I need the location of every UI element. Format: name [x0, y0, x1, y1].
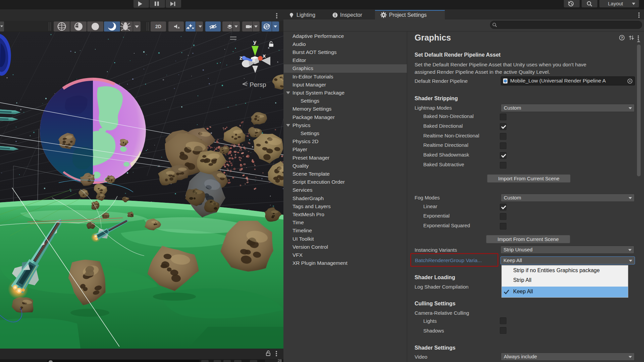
svg-text:Persp: Persp	[250, 81, 266, 88]
svg-text:y: y	[253, 39, 257, 45]
svg-text:?: ?	[621, 36, 623, 40]
svg-text:x: x	[263, 53, 266, 59]
